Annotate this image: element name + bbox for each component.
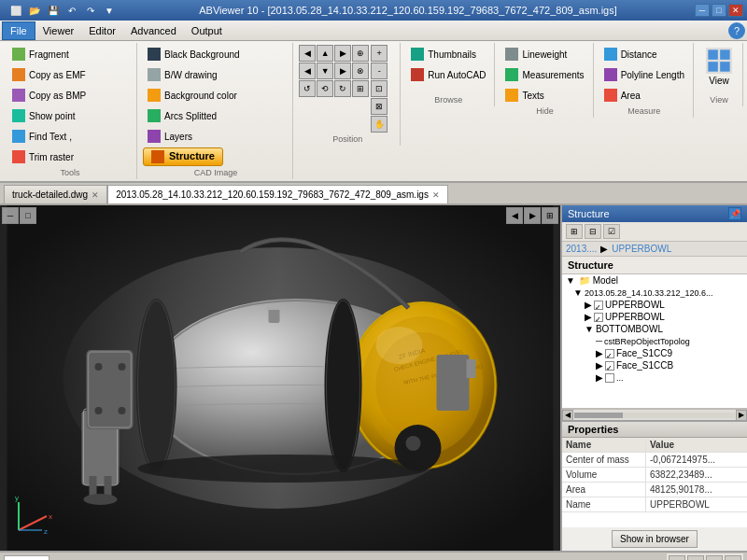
tree-item[interactable]: ▶ UPPERBOWL	[562, 299, 747, 311]
copy-bmp-button[interactable]: Copy as BMP	[7, 86, 91, 105]
qat-undo[interactable]: ↶	[63, 2, 80, 19]
view-button[interactable]: View	[699, 45, 739, 89]
distance-button[interactable]: Distance	[599, 45, 689, 63]
tree-item[interactable]: ▶ Face_S1CC9	[562, 347, 747, 359]
tab-truck-close[interactable]: ✕	[92, 190, 99, 200]
qat-redo[interactable]: ↷	[82, 2, 99, 19]
zoom-fit[interactable]: ⊡	[371, 80, 388, 97]
arcs-splitted-button[interactable]: Arcs Splitted	[143, 106, 223, 125]
scroll-thumb[interactable]	[574, 413, 623, 418]
pos-btn-1[interactable]: ◀	[299, 45, 316, 62]
help-button[interactable]: ?	[728, 22, 745, 39]
copy-emf-button[interactable]: Copy as EMF	[7, 65, 91, 84]
pos-btn-11[interactable]: ↻	[334, 80, 351, 97]
tree-item[interactable]: ▶ Face_S1CCB	[562, 359, 747, 371]
pos-btn-8[interactable]: ⊗	[352, 63, 369, 79]
tree-item[interactable]: ▶ ...	[562, 371, 747, 384]
breadcrumb-item-2[interactable]: UPPERBOWL	[612, 244, 671, 254]
scroll-left[interactable]: ◀	[562, 410, 573, 421]
tree-item[interactable]: ▼ BOTTOMBOWL	[562, 323, 747, 335]
nav-next[interactable]: ►	[706, 555, 723, 560]
vp-maximize[interactable]: □	[20, 207, 36, 224]
tab-asm[interactable]: 2013.05.28_14.10.33.212_120.60.159.192_7…	[107, 185, 448, 203]
properties-table: Name Value Center of mass -0,067214975..…	[562, 438, 747, 527]
tree-checkbox[interactable]	[605, 349, 614, 358]
measurements-button[interactable]: Measurements	[500, 65, 588, 84]
trim-raster-button[interactable]: Trim raster	[7, 147, 79, 166]
pos-btn-3[interactable]: ▶	[334, 45, 351, 62]
pos-btn-7[interactable]: ▶	[334, 63, 351, 79]
show-point-button[interactable]: Show point	[7, 106, 79, 125]
tree-item[interactable]: ▶ UPPERBOWL	[562, 311, 747, 323]
pos-btn-12[interactable]: ⊞	[352, 80, 369, 97]
fragment-button[interactable]: Fragment	[7, 45, 91, 63]
tree-item[interactable]: ▼ 📁 Model	[562, 274, 747, 287]
find-text-button[interactable]: Find Text ,	[7, 127, 79, 146]
vp-minimize[interactable]: ─	[2, 207, 19, 224]
pos-btn-9[interactable]: ↺	[299, 80, 316, 97]
vp-ctrl-1[interactable]: ◀	[506, 207, 523, 224]
tree-checkbox[interactable]	[594, 301, 603, 310]
tree-horizontal-scrollbar[interactable]: ◀ ▶	[562, 409, 747, 420]
pos-btn-5[interactable]: ◀	[299, 63, 316, 79]
show-in-browser-button[interactable]: Show in browser	[612, 530, 698, 548]
viewport[interactable]: ─ □ ◀ ▶ ⊞	[0, 205, 560, 551]
maximize-button[interactable]: □	[712, 4, 726, 17]
menu-advanced[interactable]: Advanced	[123, 21, 184, 40]
thumbnails-button[interactable]: Thumbnails	[406, 45, 490, 63]
pos-btn-2[interactable]: ▲	[317, 45, 333, 62]
prop-name: Name	[562, 497, 646, 511]
model-tab[interactable]: Model	[4, 555, 49, 560]
run-autocad-button[interactable]: Run AutoCAD	[406, 65, 490, 84]
nav-prev[interactable]: ◄	[669, 555, 685, 560]
polyline-length-button[interactable]: Polyline Length	[599, 65, 689, 84]
panel-tool-2[interactable]: ⊟	[585, 224, 601, 239]
minimize-button[interactable]: ─	[695, 4, 710, 17]
tree-checkbox[interactable]	[605, 361, 614, 371]
scroll-right[interactable]: ▶	[736, 410, 747, 421]
menubar: File Viewer Editor Advanced Output ?	[0, 21, 747, 41]
qat-save[interactable]: 💾	[45, 2, 62, 19]
breadcrumb-item-1[interactable]: 2013....	[566, 244, 597, 254]
tree-item[interactable]: ─ cstBRepObjectTopolog	[562, 335, 747, 347]
lineweight-button[interactable]: Lineweight	[500, 45, 588, 63]
layers-button[interactable]: Layers	[143, 127, 223, 146]
vp-ctrl-2[interactable]: ▶	[524, 207, 541, 224]
panel-tool-3[interactable]: ☑	[603, 224, 620, 239]
zoom-in[interactable]: +	[371, 45, 388, 62]
ribbon-group-hide: Lineweight Measurements Texts Hide	[497, 43, 593, 118]
pos-btn-6[interactable]: ▼	[317, 63, 333, 79]
menu-file[interactable]: File	[2, 21, 35, 40]
tree-item[interactable]: ▼ 2013.05.28_14.10.33.212_120.6...	[562, 287, 747, 299]
structure-button[interactable]: Structure	[143, 147, 223, 166]
svg-rect-2	[720, 49, 730, 60]
tab-truck[interactable]: truck-detailed.dwg ✕	[4, 185, 107, 203]
pan[interactable]: ✋	[371, 116, 388, 133]
nav-up[interactable]: ▲	[725, 555, 741, 560]
pos-btn-10[interactable]: ⟲	[317, 80, 333, 97]
tab-asm-close[interactable]: ✕	[432, 190, 440, 200]
black-bg-button[interactable]: Black Background	[143, 45, 245, 63]
vp-expand[interactable]: ⊞	[542, 207, 558, 224]
scroll-track[interactable]	[574, 413, 735, 418]
tree-checkbox[interactable]	[605, 373, 614, 383]
texts-button[interactable]: Texts	[500, 86, 588, 105]
bw-drawing-button[interactable]: B/W drawing	[143, 65, 245, 84]
pos-btn-4[interactable]: ⊕	[352, 45, 369, 62]
close-button[interactable]: ✕	[728, 4, 743, 17]
svg-point-38	[376, 327, 423, 364]
panel-pin[interactable]: 📌	[728, 207, 741, 220]
tree-checkbox[interactable]	[594, 313, 603, 322]
panel-tool-1[interactable]: ⊞	[566, 224, 583, 239]
zoom-out[interactable]: -	[371, 63, 388, 79]
area-button[interactable]: Area	[599, 86, 689, 105]
qat-open[interactable]: 📂	[26, 2, 43, 19]
menu-output[interactable]: Output	[184, 21, 230, 40]
qat-new[interactable]: ⬜	[7, 2, 24, 19]
nav-play[interactable]: ◄►	[687, 555, 704, 560]
menu-viewer[interactable]: Viewer	[35, 21, 81, 40]
bg-color-button[interactable]: Background color	[143, 86, 245, 105]
menu-editor[interactable]: Editor	[81, 21, 123, 40]
qat-dropdown[interactable]: ▼	[101, 2, 118, 19]
zoom-sel[interactable]: ⊠	[371, 98, 388, 115]
